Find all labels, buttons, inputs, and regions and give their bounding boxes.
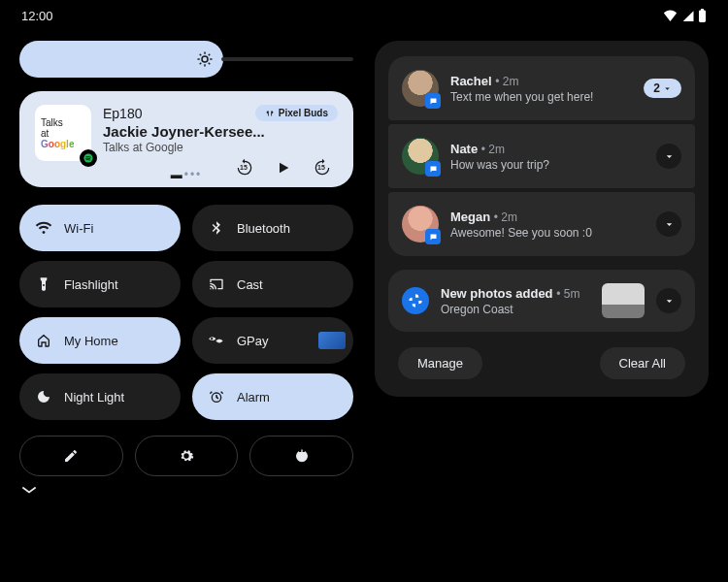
power-icon [294, 448, 310, 464]
avatar [402, 70, 439, 107]
bluetooth-icon [208, 219, 225, 237]
qs-footer-row [19, 436, 353, 476]
conversation-group: Rachel • 2m Text me when you get here! 2… [388, 56, 695, 256]
media-pagination-dots[interactable]: ▬••• [19, 168, 353, 181]
tile-nightlight[interactable]: Night Light [19, 373, 181, 420]
alarm-icon [208, 388, 225, 405]
wifi-icon [663, 10, 678, 21]
messages-icon [425, 93, 441, 109]
photo-thumbnail [602, 283, 645, 318]
gear-icon [179, 448, 194, 464]
tile-wifi[interactable]: Wi-Fi [19, 205, 181, 251]
earbuds-icon [265, 109, 275, 118]
wifi-icon [35, 219, 52, 237]
tile-cast[interactable]: Cast [192, 261, 353, 307]
card-thumbnail [318, 332, 346, 349]
quick-settings-column: Talks at Google Ep180 Pixel Buds Jackie … [19, 41, 353, 496]
chevron-down-icon [664, 296, 675, 307]
pencil-icon [63, 448, 79, 464]
qs-tiles-grid: Wi-Fi Bluetooth Flashlight Cast My Home … [19, 205, 353, 420]
media-player-card[interactable]: Talks at Google Ep180 Pixel Buds Jackie … [19, 91, 353, 187]
media-title: Jackie Joyner-Kersee... [103, 123, 338, 140]
notification-panel-column: Rachel • 2m Text me when you get here! 2… [375, 41, 709, 496]
svg-rect-1 [701, 9, 704, 11]
power-button[interactable] [249, 436, 353, 476]
media-subtitle: Talks at Google [103, 141, 338, 154]
tile-flashlight[interactable]: Flashlight [19, 261, 181, 307]
media-album-art: Talks at Google [35, 105, 91, 161]
brightness-slider[interactable] [19, 41, 353, 78]
tile-bluetooth[interactable]: Bluetooth [192, 205, 353, 251]
home-icon [35, 332, 52, 349]
flashlight-icon [35, 275, 52, 293]
status-icons [663, 9, 707, 22]
chevron-down-icon [664, 151, 675, 162]
media-episode: Ep180 [103, 106, 142, 121]
chevron-down-icon [663, 84, 672, 93]
notification-panel: Rachel • 2m Text me when you get here! 2… [375, 41, 709, 397]
moon-icon [35, 388, 52, 405]
notification-megan[interactable]: Megan • 2m Awesome! See you soon :0 [388, 192, 695, 256]
svg-line-7 [200, 54, 202, 56]
avatar [402, 206, 439, 242]
svg-rect-0 [699, 10, 706, 22]
chevron-down-icon [19, 484, 39, 496]
signal-icon [681, 10, 694, 21]
notification-count-chip[interactable]: 2 [644, 79, 681, 98]
svg-point-2 [202, 56, 208, 62]
tile-myhome[interactable]: My Home [19, 317, 181, 364]
notification-rachel[interactable]: Rachel • 2m Text me when you get here! 2 [388, 56, 695, 120]
tile-gpay[interactable]: GPay [192, 317, 353, 364]
expand-button[interactable] [656, 144, 681, 169]
svg-line-9 [200, 63, 202, 65]
battery-icon [698, 9, 707, 22]
avatar [402, 138, 439, 175]
svg-line-8 [209, 63, 211, 65]
messages-icon [425, 229, 441, 244]
svg-line-10 [209, 54, 211, 56]
expand-button[interactable] [656, 288, 681, 313]
notification-photos[interactable]: New photos added • 5m Oregon Coast [388, 270, 695, 332]
manage-button[interactable]: Manage [398, 347, 482, 379]
output-device-chip[interactable]: Pixel Buds [255, 105, 338, 121]
drag-handle[interactable] [19, 484, 353, 496]
edit-button[interactable] [19, 436, 123, 476]
clear-all-button[interactable]: Clear All [600, 347, 685, 379]
notification-actions: Manage Clear All [388, 347, 695, 379]
settings-button[interactable] [135, 436, 239, 476]
expand-button[interactable] [656, 211, 681, 237]
messages-icon [425, 161, 441, 177]
chevron-down-icon [664, 219, 675, 230]
status-time: 12:00 [21, 9, 53, 23]
cast-icon [208, 275, 225, 293]
tile-alarm[interactable]: Alarm [192, 373, 353, 420]
spotify-icon [80, 149, 97, 167]
brightness-icon [196, 50, 214, 68]
status-bar: 12:00 [0, 0, 728, 31]
photos-icon [402, 287, 429, 314]
notification-nate[interactable]: Nate • 2m How was your trip? [388, 124, 695, 188]
gpay-icon [208, 332, 225, 349]
